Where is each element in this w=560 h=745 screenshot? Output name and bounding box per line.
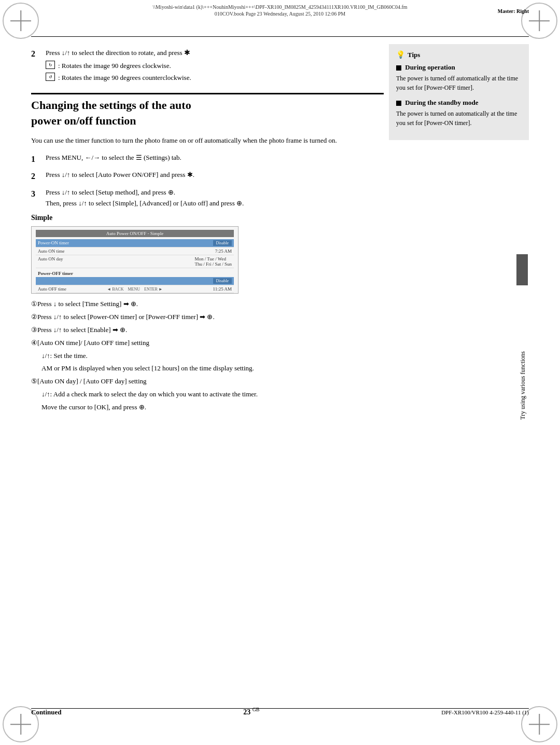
product-info-text: DPF-XR100/VR100 4-259-440-11 (1) — [441, 709, 529, 715]
intro-step-number: 2 — [31, 47, 41, 84]
tips-section-2: During the standby mode The power is tur… — [396, 99, 522, 128]
continued-text: Continued — [31, 708, 62, 716]
intro-bullet-1: ↻ : Rotates the image 90 degrees clockwi… — [46, 61, 384, 72]
step-2-number: 2 — [31, 170, 41, 183]
row3-value: Mon / Tue / WedThu / Fri / Sat / Sun — [194, 256, 232, 267]
page-number-container: 23 GB — [243, 707, 259, 716]
tips-section-1-text: The power is turned off automatically at… — [396, 74, 522, 92]
sub-step-3-text: ③Press ↓/↑ to select [Enable] ➡ ⊕. — [31, 325, 127, 336]
sub-step-1: ①Press ↓ to select [Time Setting] ➡ ⊕. — [31, 299, 384, 310]
footer-back: ◄ BACK — [107, 287, 123, 292]
row1-label: Power-ON timer — [38, 240, 69, 246]
footer-enter: ENTER ► — [144, 287, 163, 292]
sub-step-4b: AM or PM is displayed when you select [1… — [41, 363, 384, 374]
sub-step-2: ②Press ↓/↑ to select [Power-ON timer] or… — [31, 312, 384, 323]
sub-step-4a: ↓/↑: Set the time. — [41, 351, 384, 362]
sub-steps: ①Press ↓ to select [Time Setting] ➡ ⊕. ②… — [31, 299, 384, 412]
tips-title: 💡 Tips — [396, 50, 522, 59]
intro-bullet-2: ↺ : Rotates the image 90 degrees counter… — [46, 73, 384, 84]
row1-value: Disable — [213, 240, 232, 246]
sub-step-4a-text: ↓/↑: Set the time. — [41, 351, 88, 362]
intro-step-2: 2 Press ↓/↑ to select the direction to r… — [31, 47, 384, 84]
tips-section-2-text: The power is turned on automatically at … — [396, 109, 522, 128]
sub-step-5b: Move the cursor to [OK], and press ⊕. — [41, 402, 384, 413]
tips-section-2-heading-text: During the standby mode — [405, 99, 478, 106]
row3-label: Auto ON day — [38, 256, 63, 267]
step-2-content: Press ↓/↑ to select [Auto Power ON/OFF] … — [46, 170, 384, 183]
step-1-text: Press MENU, ←/→ to select the ☰ (Setting… — [46, 154, 181, 161]
footer-menu: MENU — [128, 287, 140, 292]
sub-step-4: ④[Auto ON time]/ [Auto OFF time] setting — [31, 338, 384, 349]
step-2: 2 Press ↓/↑ to select [Auto Power ON/OFF… — [31, 170, 384, 183]
bullet-square-1 — [396, 65, 401, 71]
right-sidebar: 💡 Tips During operation The power is tur… — [389, 44, 529, 701]
step-3-text: Press ↓/↑ to select [Setup method], and … — [46, 188, 175, 196]
screenshot-inner: Auto Power ON/OFF - Simple Power-ON time… — [32, 227, 238, 294]
screenshot-row-2: Auto ON time 7:25 AM — [36, 247, 234, 255]
book-info: 010COV.book Page 23 Wednesday, August 25… — [215, 11, 345, 17]
intro-bullet-1-text: : Rotates the image 90 degrees clockwise… — [58, 61, 171, 72]
sub-step-5: ⑤[Auto ON day] / [Auto OFF day] setting — [31, 376, 384, 387]
top-rule — [31, 36, 529, 37]
main-content: 2 Press ↓/↑ to select the direction to r… — [31, 44, 384, 701]
intro-center-symbol: ✱ — [184, 49, 190, 57]
tips-section-2-heading: During the standby mode — [396, 99, 522, 107]
sub-step-5a-text: ↓/↑: Add a check mark to select the day … — [41, 389, 258, 400]
master-label: Master: Right — [498, 8, 529, 14]
page-header: \\Miyoshi-win\data1 (k)\+++NouhinMiyoshi… — [0, 4, 560, 17]
step-3-content: Press ↓/↑ to select [Setup method], and … — [46, 187, 384, 209]
screenshot-box: Auto Power ON/OFF - Simple Power-ON time… — [31, 226, 239, 294]
sub-step-4-text: ④[Auto ON time]/ [Auto OFF time] setting — [31, 338, 149, 349]
section-title-line2: power on/off function — [31, 114, 384, 128]
screenshot-row-6: Auto OFF day Mon / Tue / Wed — [36, 293, 234, 294]
section-heading: Changing the settings of the auto power … — [31, 93, 384, 128]
step-3-sub: Then, press ↓/↑ to select [Simple], [Adv… — [46, 199, 244, 207]
page-suffix: GB — [253, 707, 260, 712]
step-2-center: ✱. — [187, 171, 194, 178]
vertical-text: Try using various functions — [519, 351, 527, 420]
vertical-text-container: Try using various functions — [517, 130, 528, 641]
lightbulb-icon: 💡 — [396, 50, 405, 59]
step-3: 3 Press ↓/↑ to select [Setup method], an… — [31, 187, 384, 209]
crosshair-br — [529, 714, 550, 735]
tips-section-1: During operation The power is turned off… — [396, 63, 522, 92]
crosshair-bl — [10, 714, 31, 735]
sub-step-2-text: ②Press ↓/↑ to select [Power-ON timer] or… — [31, 312, 215, 323]
simple-heading: Simple — [31, 214, 384, 222]
page-container: \\Miyoshi-win\data1 (k)\+++NouhinMiyoshi… — [0, 0, 560, 745]
section-body-text: You can use the timer function to turn t… — [31, 135, 384, 146]
screenshot-section-header-off: Power-OFF timer — [36, 270, 234, 277]
screenshot-title: Auto Power ON/OFF - Simple — [36, 230, 234, 237]
intro-step-content: Press ↓/↑ to select the direction to rot… — [46, 47, 384, 84]
tips-section-1-heading: During operation — [396, 63, 522, 72]
sub-step-1-text: ①Press ↓ to select [Time Setting] ➡ ⊕. — [31, 299, 138, 310]
bottom-product-info: DPF-XR100/VR100 4-259-440-11 (1) — [441, 708, 529, 716]
screenshot-row-3: Auto ON day Mon / Tue / WedThu / Fri / S… — [36, 255, 234, 268]
row2-label: Auto ON time — [38, 249, 65, 254]
rotate-ccw-icon: ↺ — [46, 73, 55, 81]
tips-label: Tips — [408, 51, 420, 59]
step-3-number: 3 — [31, 187, 41, 209]
screenshot-footer: ◄ BACK MENU ENTER ► — [32, 287, 238, 292]
screenshot-row-1: Power-ON timer Disable — [36, 239, 234, 247]
row2-value: 7:25 AM — [215, 249, 232, 254]
tips-box: 💡 Tips During operation The power is tur… — [389, 44, 529, 140]
sub-step-3: ③Press ↓/↑ to select [Enable] ➡ ⊕. — [31, 325, 384, 336]
sub-step-5-text: ⑤[Auto ON day] / [Auto OFF day] setting — [31, 376, 147, 387]
step-1-content: Press MENU, ←/→ to select the ☰ (Setting… — [46, 153, 384, 166]
sub-step-4b-text: AM or PM is displayed when you select [1… — [41, 363, 254, 374]
rotate-cw-icon: ↻ — [46, 61, 55, 69]
bullet-square-2 — [396, 101, 401, 106]
page-number: 23 — [243, 708, 250, 716]
sub-step-5a: ↓/↑: Add a check mark to select the day … — [41, 389, 384, 400]
intro-step-text: Press ↓/↑ to select the direction to rot… — [46, 49, 183, 57]
step-1-number: 1 — [31, 153, 41, 166]
tips-section-1-heading-text: During operation — [405, 63, 455, 71]
step-1: 1 Press MENU, ←/→ to select the ☰ (Setti… — [31, 153, 384, 166]
step-2-text: Press ↓/↑ to select [Auto Power ON/OFF] … — [46, 171, 185, 178]
screenshot-row-4: Disable — [36, 277, 234, 285]
file-path: \\Miyoshi-win\data1 (k)\+++NouhinMiyoshi… — [152, 4, 407, 10]
intro-bullet-2-text: : Rotates the image 90 degrees countercl… — [58, 73, 191, 84]
row4-value: Disable — [213, 278, 232, 284]
page-footer: Continued 23 GB DPF-XR100/VR100 4-259-44… — [31, 707, 529, 716]
